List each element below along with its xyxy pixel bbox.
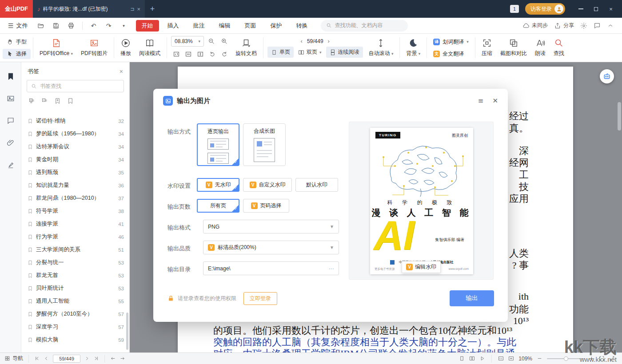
fullscreen-button[interactable] <box>599 356 605 361</box>
collapse-all-icon[interactable] <box>41 98 48 104</box>
expand-all-icon[interactable] <box>28 98 35 104</box>
toolbar-page-indicator[interactable]: 59/449 <box>307 38 323 44</box>
ribbon-tab-保护[interactable]: 保护 <box>265 20 288 32</box>
rotate-left-button[interactable] <box>207 49 218 59</box>
settings-button[interactable] <box>580 22 587 29</box>
zoom-slider[interactable] <box>547 358 584 359</box>
redo-button[interactable]: ↷ <box>103 20 115 31</box>
double-page-view-button[interactable] <box>469 356 475 361</box>
ribbon-tab-批注[interactable]: 批注 <box>187 20 211 32</box>
bookmark-item[interactable]: 连接学派41 <box>21 218 129 230</box>
compress-button[interactable]: 压缩 <box>478 34 496 62</box>
fit-width-button[interactable] <box>183 49 194 59</box>
bookmark-item[interactable]: 三大学派间的关系51 <box>21 243 129 256</box>
zoom-slider-thumb[interactable] <box>564 356 568 361</box>
bookmark-item[interactable]: 贝叶斯统计53 <box>21 282 129 295</box>
output-directory-input[interactable]: E:\image\ ··· <box>203 261 339 275</box>
play-button[interactable]: 播放 <box>116 34 135 62</box>
dialog-menu-icon[interactable]: ≡ <box>478 97 484 105</box>
zoom-in-button-status[interactable] <box>589 356 594 361</box>
view-back-button[interactable] <box>110 356 116 361</box>
attachments-panel-button[interactable] <box>4 137 17 149</box>
word-translate-button[interactable]: 译 划词翻译▾ <box>429 37 473 47</box>
add-bookmark-icon[interactable] <box>54 98 61 104</box>
dialog-close-icon[interactable]: ✕ <box>492 97 498 105</box>
close-button[interactable]: × <box>604 3 618 15</box>
continuous-read-button[interactable]: 连续阅读 <box>326 47 363 58</box>
fit-window-button[interactable] <box>508 356 514 361</box>
output-quality-select[interactable]: 标清品质(200%) ▼ <box>203 241 339 254</box>
last-page-button[interactable] <box>93 356 99 361</box>
ribbon-tab-编辑[interactable]: 编辑 <box>213 20 236 32</box>
ribbon-tab-页面[interactable]: 页面 <box>239 20 262 32</box>
first-page-button[interactable] <box>34 356 40 361</box>
comment-button[interactable] <box>594 22 601 29</box>
bookmark-item[interactable]: 群龙问鼎（1980—2010）37 <box>21 192 129 205</box>
thumbnails-panel-button[interactable] <box>4 92 17 105</box>
hand-tool-button[interactable]: 手型 <box>3 37 31 47</box>
login-button[interactable]: 访客登录 <box>525 3 565 15</box>
bookmark-scrollbar[interactable] <box>126 313 128 350</box>
open-file-button[interactable] <box>35 20 47 31</box>
read-aloud-button[interactable]: 朗读 <box>531 34 550 62</box>
double-page-button[interactable]: 双页▾ <box>295 47 325 58</box>
previous-page-button[interactable]: ‹ <box>301 38 303 44</box>
print-button[interactable] <box>65 20 77 31</box>
read-mode-button[interactable]: 阅读模式 <box>135 34 164 62</box>
notification-badge[interactable]: 1 <box>510 5 519 13</box>
background-button[interactable]: 背景 ▾ <box>402 34 424 62</box>
save-button[interactable] <box>50 20 62 31</box>
single-page-button[interactable]: 单页 <box>267 47 294 58</box>
zoom-out-button-status[interactable] <box>537 356 542 361</box>
bookmark-item[interactable]: 分裂与统一53 <box>21 256 129 269</box>
pdf-to-office-button[interactable]: PDF转Office ▾ <box>36 34 77 62</box>
ribbon-tab-转换[interactable]: 转换 <box>291 20 314 32</box>
undo-history-dropdown[interactable]: ▾ <box>118 20 130 31</box>
file-menu[interactable]: ☰ 文件 <box>4 22 32 30</box>
screenshot-compare-button[interactable]: 截图和对比 <box>496 34 531 62</box>
bookmark-item[interactable]: 遇到瓶颈35 <box>21 166 129 179</box>
watermark-custom-option[interactable]: 自定义水印 <box>243 178 292 192</box>
ribbon-tab-开始[interactable]: 开始 <box>136 20 159 32</box>
edit-watermark-button[interactable]: 编辑水印 <box>402 261 441 273</box>
signature-panel-button[interactable] <box>4 159 17 171</box>
bookmark-item[interactable]: 模拟大脑59 <box>21 333 129 346</box>
share-button[interactable]: 分享 <box>554 22 574 29</box>
actual-size-button-status[interactable] <box>498 356 504 361</box>
page-number-input[interactable]: 59/449 <box>53 355 80 363</box>
watermark-default-option[interactable]: 默认水印 <box>295 178 338 192</box>
bookmark-search-input[interactable]: 书签查找 <box>27 80 124 92</box>
select-tool-button[interactable]: 选择 <box>3 49 31 59</box>
minimize-button[interactable] <box>574 3 587 15</box>
comments-panel-button[interactable] <box>4 115 17 127</box>
export-button[interactable]: 输出 <box>450 290 494 306</box>
maximize-button[interactable] <box>589 3 602 15</box>
fit-page-button[interactable] <box>195 49 206 59</box>
tab-close-icon[interactable]: × <box>137 6 140 12</box>
zoom-out-button[interactable] <box>206 36 217 47</box>
output-format-select[interactable]: PNG ▼ <box>203 220 339 233</box>
zoom-percentage-input[interactable]: 08.83%▾ <box>171 36 204 47</box>
full-translate-button[interactable]: 文 全文翻译 <box>429 49 473 59</box>
login-now-button[interactable]: 立即登录 <box>243 292 277 305</box>
function-search-input[interactable]: 查找功能、文档内容 <box>321 20 408 32</box>
bookmark-outline-icon[interactable] <box>67 98 74 104</box>
bookmark-item[interactable]: 行为学派46 <box>21 230 129 243</box>
bookmark-item[interactable]: 梦醒何方（2010至今）57 <box>21 308 129 320</box>
bookmark-item[interactable]: 知识就是力量36 <box>21 179 129 192</box>
bookmark-item[interactable]: 通用人工智能55 <box>21 295 129 308</box>
pages-select-option[interactable]: 页码选择 <box>243 199 289 213</box>
bookmark-item[interactable]: 群龙无首53 <box>21 269 129 282</box>
auto-scroll-button[interactable]: 自动滚动 ▾ <box>365 34 398 62</box>
bookmark-item[interactable]: 达特茅斯会议34 <box>21 140 129 153</box>
find-button[interactable]: 查找 <box>550 34 568 62</box>
prev-page-button[interactable] <box>44 356 49 361</box>
pin-icon[interactable]: ⊐ <box>130 6 134 12</box>
document-scrollbar[interactable] <box>618 102 621 131</box>
bookmark-item[interactable]: 符号学派38 <box>21 205 129 218</box>
mode-per-page-option[interactable]: 逐页输出 <box>197 123 239 166</box>
sync-status[interactable]: 未同步 <box>522 22 548 29</box>
view-forward-button[interactable] <box>120 356 125 361</box>
document-tab[interactable]: ♪ 科学的极致: 漫...df (已加密) ⊐ × <box>33 0 145 18</box>
new-tab-button[interactable]: + <box>145 0 160 18</box>
